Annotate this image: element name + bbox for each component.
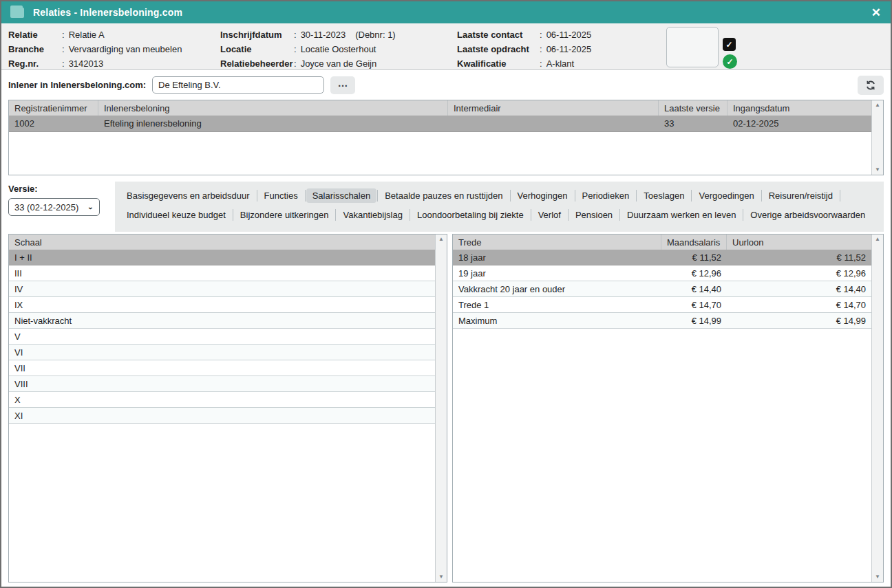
column-header-registratienummer[interactable]: Registratienimmer xyxy=(9,100,98,116)
colon: : xyxy=(294,58,297,69)
schaal-row[interactable]: XI xyxy=(9,408,447,424)
field-label: Relatie xyxy=(8,30,62,40)
schaal-row[interactable]: Niet-vakkracht xyxy=(9,313,447,329)
tab-divider xyxy=(377,190,378,202)
cell-schaal: Niet-vakkracht xyxy=(9,316,435,326)
scroll-down-icon[interactable]: ▼ xyxy=(875,167,880,173)
scroll-down-icon[interactable]: ▼ xyxy=(875,574,880,580)
trede-scrollbar[interactable]: ▲ ▼ xyxy=(871,235,883,582)
check-icon: ✓ xyxy=(725,40,732,50)
cell-schaal: V xyxy=(9,331,435,342)
tab-vakantiebijslag[interactable]: Vakantiebijslag xyxy=(337,208,408,222)
tab-divider xyxy=(691,190,692,202)
tab-reisuren-reistijd[interactable]: Reisuren/reistijd xyxy=(763,188,839,203)
field-inschrijfdatum: Inschrijfdatum : 30-11-2023 (Debnr: 1) xyxy=(220,28,457,41)
column-header-maandsalaris[interactable]: Maandsalaris xyxy=(661,235,727,250)
column-header-laatste-versie[interactable]: Laatste versie xyxy=(659,100,728,116)
tab-salarisschalen[interactable]: Salarisschalen xyxy=(306,188,377,203)
cell-registratienummer: 1002 xyxy=(9,118,98,129)
schaal-row[interactable]: IV xyxy=(9,281,447,297)
field-label: Branche xyxy=(8,44,62,54)
tab-functies[interactable]: Functies xyxy=(258,188,304,203)
schaal-row[interactable]: IX xyxy=(9,297,447,313)
cell-schaal: X xyxy=(9,395,435,405)
column-header-schaal[interactable]: Schaal xyxy=(9,235,435,250)
active-checkbox[interactable]: ✓ xyxy=(723,38,736,51)
versie-select[interactable]: 33 (02-12-2025) ⌄ xyxy=(8,198,100,216)
schaal-row[interactable]: VIII xyxy=(9,376,447,392)
cell-schaal: XI xyxy=(9,411,435,421)
column-header-ingangsdatum[interactable]: Ingangsdatum xyxy=(728,100,871,116)
colon: : xyxy=(540,30,542,40)
tab-verlof[interactable]: Verlof xyxy=(532,208,567,222)
schaal-row[interactable]: VII xyxy=(9,360,447,376)
tab-loondoorbetaling-bij-ziekte[interactable]: Loondoorbetaling bij ziekte xyxy=(411,208,530,222)
trede-row[interactable]: Vakkracht 20 jaar en ouder € 14,40 € 14,… xyxy=(453,281,883,297)
registraties-table: Registratienimmer Inlenersbeloning Inter… xyxy=(8,100,884,175)
cell-trede: Maximum xyxy=(453,316,661,326)
schaal-row[interactable]: I + II xyxy=(9,250,447,265)
tab-verhogingen[interactable]: Verhogingen xyxy=(511,188,574,203)
schaal-row[interactable]: III xyxy=(9,265,447,281)
tab-divider xyxy=(568,209,569,221)
tab-pensioen[interactable]: Pensioen xyxy=(569,208,619,222)
schaal-row[interactable]: X xyxy=(9,392,447,408)
field-relatie: Relatie : Relatie A xyxy=(8,28,220,41)
field-label: Reg.nr. xyxy=(8,58,62,69)
registraties-scrollbar[interactable]: ▲ ▼ xyxy=(871,100,883,175)
tab-periodieken[interactable]: Periodieken xyxy=(576,188,636,203)
tab-betaalde-pauzes-en-rusttijden[interactable]: Betaalde pauzes en rusttijden xyxy=(379,188,509,203)
tab-overige-arbeidsvoorwaarden[interactable]: Overige arbeidsvoorwaarden xyxy=(744,208,871,222)
trede-row[interactable]: Trede 1 € 14,70 € 14,70 xyxy=(453,297,883,313)
inlener-input[interactable] xyxy=(152,76,324,94)
field-value: 3142013 xyxy=(69,58,104,69)
field-laatste-opdracht: Laatste opdracht : 06-11-2025 xyxy=(457,43,663,55)
colon: : xyxy=(62,58,65,69)
tab-divider xyxy=(335,209,336,221)
tab-toeslagen[interactable]: Toeslagen xyxy=(637,188,690,203)
cell-trede: Trede 1 xyxy=(453,300,661,310)
browse-button[interactable]: … xyxy=(330,76,355,94)
tab-basisgegevens-en-arbeidsduur[interactable]: Basisgegevens en arbeidsduur xyxy=(120,188,256,203)
trede-row[interactable]: 19 jaar € 12,96 € 12,96 xyxy=(453,265,883,281)
tabs-strip: Basisgegevens en arbeidsduur Functies Sa… xyxy=(115,182,884,232)
field-value: 30-11-2023 xyxy=(301,30,346,40)
scroll-down-icon[interactable]: ▼ xyxy=(438,574,444,580)
title-bar: Relaties - Inlenersbeloning.com ✕ xyxy=(1,1,891,23)
trede-row[interactable]: 18 jaar € 11,52 € 11,52 xyxy=(453,250,883,265)
tab-divider xyxy=(510,190,511,202)
trede-row[interactable]: Maximum € 14,99 € 14,99 xyxy=(453,313,883,329)
column-header-inlenersbeloning[interactable]: Inlenersbeloning xyxy=(98,100,448,116)
registratie-row[interactable]: 1002 Efteling inlenersbeloning 33 02-12-… xyxy=(9,116,883,132)
field-label: Locatie xyxy=(220,44,294,54)
versie-label: Versie: xyxy=(8,184,115,194)
tab-bijzondere-uitkeringen[interactable]: Bijzondere uitkeringen xyxy=(234,208,335,222)
tab-divider xyxy=(233,209,233,221)
field-laatste-contact: Laatste contact : 06-11-2025 xyxy=(457,28,663,41)
schaal-row[interactable]: VI xyxy=(9,345,447,360)
cell-uurloon: € 14,70 xyxy=(727,300,871,310)
refresh-button[interactable] xyxy=(858,76,884,95)
schaal-scrollbar[interactable]: ▲ ▼ xyxy=(435,235,447,582)
column-header-intermediair[interactable]: Intermediair xyxy=(448,100,659,116)
info-column-right: Laatste contact : 06-11-2025 Laatste opd… xyxy=(457,28,663,69)
column-header-uurloon[interactable]: Uurloon xyxy=(727,235,871,250)
field-value: A-klant xyxy=(546,58,574,69)
status-ok-icon: ✓ xyxy=(723,54,737,69)
cell-maandsalaris: € 14,70 xyxy=(661,300,727,310)
refresh-icon xyxy=(865,80,876,91)
field-label: Relatiebeheerder xyxy=(220,58,294,69)
tab-divider xyxy=(305,190,306,202)
tab-vergoedingen[interactable]: Vergoedingen xyxy=(692,188,760,203)
column-header-trede[interactable]: Trede xyxy=(453,235,661,250)
field-kwalificatie: Kwalificatie : A-klant xyxy=(457,57,663,69)
schaal-row[interactable]: V xyxy=(9,329,447,345)
scroll-up-icon[interactable]: ▲ xyxy=(875,237,880,242)
tab-individueel-keuze-budget[interactable]: Individueel keuze budget xyxy=(120,208,232,222)
schaal-table-header: Schaal xyxy=(9,235,447,250)
tab-duurzaam-werken-en-leven[interactable]: Duurzaam werken en leven xyxy=(621,208,742,222)
close-icon[interactable]: ✕ xyxy=(871,7,881,19)
scroll-up-icon[interactable]: ▲ xyxy=(438,237,444,242)
schaal-table: Schaal I + II III IV IX Niet-vakkracht V… xyxy=(8,234,447,582)
scroll-up-icon[interactable]: ▲ xyxy=(875,102,880,108)
